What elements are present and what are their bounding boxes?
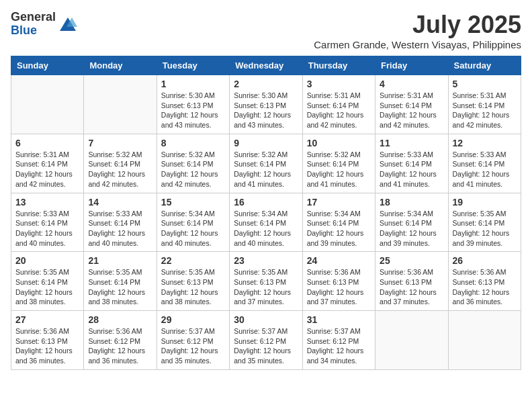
location-title: Carmen Grande, Western Visayas, Philippi… (314, 39, 521, 50)
column-header-sunday: Sunday (11, 56, 84, 75)
calendar-week-row: 1Sunrise: 5:30 AM Sunset: 6:13 PM Daylig… (11, 75, 521, 134)
column-header-thursday: Thursday (302, 56, 375, 75)
day-info: Sunrise: 5:32 AM Sunset: 6:14 PM Dayligh… (307, 150, 371, 189)
calendar-week-row: 27Sunrise: 5:36 AM Sunset: 6:13 PM Dayli… (11, 311, 521, 370)
day-info: Sunrise: 5:31 AM Sunset: 6:14 PM Dayligh… (15, 150, 79, 189)
day-number: 12 (453, 138, 517, 148)
day-info: Sunrise: 5:33 AM Sunset: 6:14 PM Dayligh… (15, 209, 79, 248)
title-area: July 2025 Carmen Grande, Western Visayas… (314, 11, 521, 50)
day-info: Sunrise: 5:30 AM Sunset: 6:13 PM Dayligh… (234, 91, 298, 130)
day-info: Sunrise: 5:35 AM Sunset: 6:14 PM Dayligh… (15, 267, 79, 307)
calendar-cell: 1Sunrise: 5:30 AM Sunset: 6:13 PM Daylig… (157, 75, 229, 134)
column-header-saturday: Saturday (448, 56, 521, 75)
page-header: General Blue July 2025 Carmen Grande, We… (11, 11, 521, 50)
day-number: 26 (453, 255, 517, 266)
calendar-header-row: SundayMondayTuesdayWednesdayThursdayFrid… (11, 56, 521, 75)
day-number: 17 (307, 197, 371, 208)
day-info: Sunrise: 5:33 AM Sunset: 6:14 PM Dayligh… (453, 150, 517, 189)
calendar-cell: 13Sunrise: 5:33 AM Sunset: 6:14 PM Dayli… (11, 193, 84, 252)
calendar-cell: 8Sunrise: 5:32 AM Sunset: 6:14 PM Daylig… (157, 134, 229, 193)
day-info: Sunrise: 5:35 AM Sunset: 6:14 PM Dayligh… (88, 267, 152, 307)
column-header-monday: Monday (84, 56, 157, 75)
day-info: Sunrise: 5:31 AM Sunset: 6:14 PM Dayligh… (453, 91, 517, 130)
calendar-cell: 2Sunrise: 5:30 AM Sunset: 6:13 PM Daylig… (230, 75, 302, 134)
day-info: Sunrise: 5:35 AM Sunset: 6:13 PM Dayligh… (234, 267, 298, 307)
calendar-cell: 19Sunrise: 5:35 AM Sunset: 6:14 PM Dayli… (448, 193, 521, 252)
column-header-wednesday: Wednesday (230, 56, 302, 75)
day-info: Sunrise: 5:36 AM Sunset: 6:13 PM Dayligh… (453, 267, 517, 307)
day-number: 1 (161, 79, 225, 89)
calendar-cell (375, 311, 448, 370)
calendar-cell: 10Sunrise: 5:32 AM Sunset: 6:14 PM Dayli… (302, 134, 375, 193)
day-info: Sunrise: 5:31 AM Sunset: 6:14 PM Dayligh… (307, 91, 371, 130)
day-number: 9 (234, 138, 298, 148)
calendar-cell: 16Sunrise: 5:34 AM Sunset: 6:14 PM Dayli… (230, 193, 302, 252)
day-info: Sunrise: 5:33 AM Sunset: 6:14 PM Dayligh… (88, 209, 152, 248)
day-number: 29 (161, 314, 225, 325)
calendar-cell: 27Sunrise: 5:36 AM Sunset: 6:13 PM Dayli… (11, 311, 84, 370)
day-number: 28 (88, 314, 152, 325)
calendar-cell: 17Sunrise: 5:34 AM Sunset: 6:14 PM Dayli… (302, 193, 375, 252)
day-number: 31 (307, 314, 371, 325)
day-info: Sunrise: 5:34 AM Sunset: 6:14 PM Dayligh… (161, 209, 225, 248)
calendar-cell: 29Sunrise: 5:37 AM Sunset: 6:12 PM Dayli… (157, 311, 229, 370)
day-number: 22 (161, 255, 225, 266)
day-number: 7 (88, 138, 152, 148)
day-info: Sunrise: 5:33 AM Sunset: 6:14 PM Dayligh… (380, 150, 443, 189)
calendar-cell: 24Sunrise: 5:36 AM Sunset: 6:13 PM Dayli… (302, 252, 375, 311)
month-title: July 2025 (314, 11, 521, 39)
calendar-cell: 6Sunrise: 5:31 AM Sunset: 6:14 PM Daylig… (11, 134, 84, 193)
calendar-cell: 30Sunrise: 5:37 AM Sunset: 6:12 PM Dayli… (230, 311, 302, 370)
calendar-cell: 31Sunrise: 5:37 AM Sunset: 6:12 PM Dayli… (302, 311, 375, 370)
day-info: Sunrise: 5:34 AM Sunset: 6:14 PM Dayligh… (234, 209, 298, 248)
day-info: Sunrise: 5:35 AM Sunset: 6:14 PM Dayligh… (453, 209, 517, 248)
logo-text: General Blue (11, 11, 56, 38)
day-info: Sunrise: 5:31 AM Sunset: 6:14 PM Dayligh… (380, 91, 443, 130)
calendar-cell (84, 75, 157, 134)
calendar-cell: 15Sunrise: 5:34 AM Sunset: 6:14 PM Dayli… (157, 193, 229, 252)
day-info: Sunrise: 5:35 AM Sunset: 6:13 PM Dayligh… (161, 267, 225, 307)
calendar-cell (11, 75, 84, 134)
day-number: 25 (380, 255, 443, 266)
calendar-cell: 21Sunrise: 5:35 AM Sunset: 6:14 PM Dayli… (84, 252, 157, 311)
calendar-cell (448, 311, 521, 370)
calendar-cell: 11Sunrise: 5:33 AM Sunset: 6:14 PM Dayli… (375, 134, 448, 193)
day-number: 30 (234, 314, 298, 325)
day-info: Sunrise: 5:37 AM Sunset: 6:12 PM Dayligh… (234, 326, 298, 366)
day-number: 23 (234, 255, 298, 266)
calendar-cell: 4Sunrise: 5:31 AM Sunset: 6:14 PM Daylig… (375, 75, 448, 134)
day-number: 6 (15, 138, 79, 148)
logo-blue: Blue (11, 24, 56, 38)
day-number: 13 (15, 197, 79, 208)
day-number: 10 (307, 138, 371, 148)
day-info: Sunrise: 5:32 AM Sunset: 6:14 PM Dayligh… (234, 150, 298, 189)
logo-icon (58, 15, 77, 34)
day-number: 4 (380, 79, 443, 89)
calendar-week-row: 20Sunrise: 5:35 AM Sunset: 6:14 PM Dayli… (11, 252, 521, 311)
calendar-cell: 18Sunrise: 5:34 AM Sunset: 6:14 PM Dayli… (375, 193, 448, 252)
day-number: 11 (380, 138, 443, 148)
day-number: 27 (15, 314, 79, 325)
calendar-cell: 23Sunrise: 5:35 AM Sunset: 6:13 PM Dayli… (230, 252, 302, 311)
calendar-cell: 3Sunrise: 5:31 AM Sunset: 6:14 PM Daylig… (302, 75, 375, 134)
day-number: 19 (453, 197, 517, 208)
calendar-cell: 25Sunrise: 5:36 AM Sunset: 6:13 PM Dayli… (375, 252, 448, 311)
calendar-cell: 14Sunrise: 5:33 AM Sunset: 6:14 PM Dayli… (84, 193, 157, 252)
day-number: 8 (161, 138, 225, 148)
day-number: 2 (234, 79, 298, 89)
day-info: Sunrise: 5:32 AM Sunset: 6:14 PM Dayligh… (88, 150, 152, 189)
calendar-table: SundayMondayTuesdayWednesdayThursdayFrid… (11, 56, 521, 370)
logo-general: General (11, 11, 56, 24)
calendar-cell: 12Sunrise: 5:33 AM Sunset: 6:14 PM Dayli… (448, 134, 521, 193)
day-info: Sunrise: 5:36 AM Sunset: 6:13 PM Dayligh… (307, 267, 371, 307)
calendar-week-row: 13Sunrise: 5:33 AM Sunset: 6:14 PM Dayli… (11, 193, 521, 252)
day-number: 18 (380, 197, 443, 208)
day-number: 14 (88, 197, 152, 208)
calendar-cell: 20Sunrise: 5:35 AM Sunset: 6:14 PM Dayli… (11, 252, 84, 311)
day-info: Sunrise: 5:37 AM Sunset: 6:12 PM Dayligh… (307, 326, 371, 366)
day-info: Sunrise: 5:36 AM Sunset: 6:12 PM Dayligh… (88, 326, 152, 366)
calendar-cell: 9Sunrise: 5:32 AM Sunset: 6:14 PM Daylig… (230, 134, 302, 193)
day-number: 21 (88, 255, 152, 266)
day-number: 15 (161, 197, 225, 208)
calendar-cell: 7Sunrise: 5:32 AM Sunset: 6:14 PM Daylig… (84, 134, 157, 193)
